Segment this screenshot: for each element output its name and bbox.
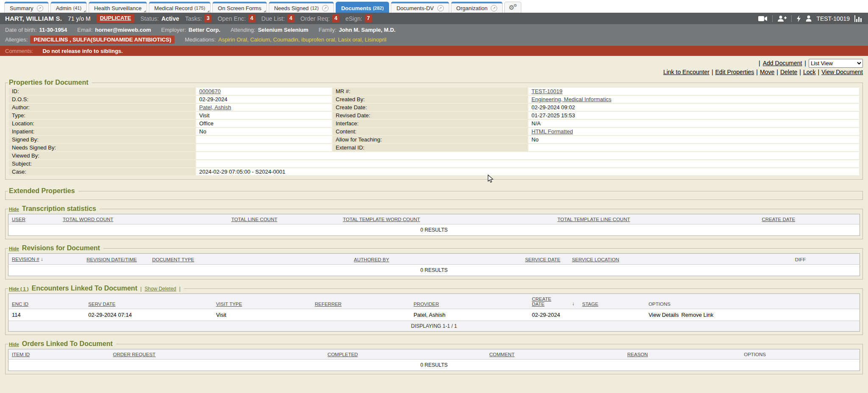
tab-documents[interactable]: Documents (282) — [336, 2, 389, 13]
patient-age-sex: 71 y/o M — [68, 15, 91, 22]
duplicate-badge[interactable]: DUPLICATE — [97, 14, 134, 23]
section-title: Transcription statistics — [22, 205, 96, 213]
col-total-line-count[interactable]: TOTAL LINE COUNT — [228, 214, 339, 224]
tab-summary[interactable]: Summary ↗ — [4, 2, 49, 13]
tab-health-surveillance[interactable]: Health Surveillance — [89, 2, 147, 13]
col-reason[interactable]: REASON — [624, 349, 740, 360]
medication-item[interactable]: Coumadin — [273, 36, 298, 43]
add-document-link[interactable]: Add Document — [763, 60, 802, 66]
medication-item[interactable]: Calcium — [250, 36, 270, 43]
hide-revisions-link[interactable]: Hide — [9, 246, 19, 251]
prop-content-label: Content: — [333, 128, 528, 135]
property-row: Viewed By: — [9, 152, 859, 159]
tab-organization[interactable]: Organization ↗ — [451, 2, 503, 13]
col-item-id[interactable]: ITEM ID — [8, 349, 110, 360]
esign-count-badge[interactable]: 7 — [365, 14, 372, 22]
author-link[interactable]: Patel, Ashish — [199, 104, 231, 111]
tasks-count-badge[interactable]: 3 — [204, 14, 211, 22]
medication-item[interactable]: Lisinopril — [364, 36, 386, 43]
created-by-link[interactable]: Engineering, Medical Informatics — [531, 96, 612, 102]
allergies-badge[interactable]: PENICILLINS , SULFA(SULFONAMIDE ANTIBIOT… — [30, 36, 175, 44]
tab-medical-record[interactable]: Medical Record (175) — [149, 2, 211, 13]
col-user[interactable]: USER — [8, 214, 60, 224]
col-revision-datetime[interactable]: REVISION DATE/TIME — [83, 254, 149, 265]
section-title: Extended Properties — [9, 187, 75, 195]
hide-encounters-link[interactable]: Hide ( 1 ) — [9, 286, 28, 291]
sort-column: ↓ — [568, 294, 579, 309]
prop-revised-date-label: Revised Date: — [333, 112, 528, 119]
properties-table: ID: 0000670 MR #: TEST-10019 D.O.S: 02-2… — [8, 87, 860, 176]
referrer-cell — [312, 309, 410, 321]
document-id-link[interactable]: 0000670 — [199, 88, 221, 94]
tab-needs-signed[interactable]: Needs Signed (12) ↗ — [269, 2, 334, 13]
prop-allow-teaching-label: Allow for Teaching: — [333, 136, 528, 143]
fold-corner-icon — [264, 10, 266, 12]
revised-date-value: 01-27-2025 15:53 — [529, 112, 859, 119]
tab-documents-dv[interactable]: Documents-DV ↗ — [391, 2, 449, 13]
encounter-row: 114 02-29-2024 07:14 Visit Patel, Ashish… — [8, 309, 860, 321]
medication-item[interactable]: Aspirin Oral — [218, 36, 247, 43]
prop-mr-label: MR #: — [333, 88, 528, 95]
video-camera-icon[interactable] — [758, 16, 768, 22]
properties-legend: Properties for Document — [8, 79, 92, 86]
medication-item[interactable]: Lasix oral — [338, 36, 362, 43]
order-req-count-badge[interactable]: 4 — [332, 14, 339, 22]
view-details-link[interactable]: View Details — [648, 312, 679, 318]
open-enc-count-badge[interactable]: 4 — [248, 14, 256, 22]
allergies-medications-row: Allergies: PENICILLINS , SULFA(SULFONAMI… — [5, 35, 863, 44]
col-completed[interactable]: COMPLETED — [324, 349, 486, 360]
col-service-location[interactable]: SERVICE LOCATION — [568, 254, 791, 265]
col-total-template-word-count[interactable]: TOTAL TEMPLATE WORD COUNT — [339, 214, 554, 224]
allow-teaching-value: No — [529, 136, 859, 143]
status-group: Status: Active — [140, 15, 179, 22]
prop-inpatient-label: Inpatient: — [9, 128, 195, 135]
person-add-icon[interactable] — [777, 15, 787, 22]
view-document-link[interactable]: View Document — [821, 69, 863, 75]
prop-viewed-by-label: Viewed By: — [9, 152, 195, 159]
col-enc-id[interactable]: ENC ID — [8, 294, 85, 309]
col-order-request[interactable]: ORDER REQUEST — [110, 349, 324, 360]
link-to-encounter-link[interactable]: Link to Encounter — [663, 69, 709, 75]
medication-item[interactable]: ibuprofen oral — [301, 36, 335, 43]
col-referrer[interactable]: REFERRER — [312, 294, 410, 309]
col-serv-date[interactable]: SERV DATE — [85, 294, 212, 309]
col-visit-type[interactable]: VISIT TYPE — [213, 294, 312, 309]
property-row: Location: Office Interface: N/A — [9, 120, 859, 127]
mr-number-link[interactable]: TEST-10019 — [531, 88, 562, 94]
remove-link-link[interactable]: Remove Link — [681, 312, 713, 318]
col-total-template-line-count[interactable]: TOTAL TEMPLATE LINE COUNT — [554, 214, 758, 224]
bar-chart-icon[interactable] — [854, 15, 863, 22]
lock-link[interactable]: Lock — [803, 69, 816, 75]
col-revision-number[interactable]: REVISION # ↓ — [8, 254, 83, 265]
col-comment[interactable]: COMMENT — [486, 349, 624, 360]
col-create-date[interactable]: CREATEDATE — [529, 294, 568, 309]
popout-icon: ↗ — [322, 5, 328, 11]
show-deleted-link[interactable]: Show Deleted — [145, 286, 176, 292]
content-format-link[interactable]: HTML Formatted — [531, 128, 573, 135]
col-provider[interactable]: PROVIDER — [410, 294, 529, 309]
hide-orders-link[interactable]: Hide — [9, 342, 19, 347]
col-document-type[interactable]: DOCUMENT TYPE — [149, 254, 351, 265]
serv-date-cell: 02-29-2024 07:14 — [85, 309, 212, 321]
section-title: Revisions for Document — [22, 244, 100, 252]
fold-corner-icon — [144, 10, 146, 12]
col-create-date[interactable]: CREATE DATE — [758, 214, 860, 224]
col-authored-by[interactable]: AUTHORED BY — [351, 254, 522, 265]
property-row: Type: Visit Revised Date: 01-27-2025 15:… — [9, 112, 859, 119]
col-service-date[interactable]: SERVICE DATE — [522, 254, 568, 265]
lightning-icon[interactable] — [796, 15, 801, 22]
col-stage[interactable]: STAGE — [579, 294, 645, 309]
hide-transcription-link[interactable]: Hide — [9, 207, 19, 212]
tab-admin[interactable]: Admin (41) — [50, 2, 87, 13]
property-row: Needs Signed By: External ID: — [9, 144, 859, 151]
delete-link[interactable]: Delete — [780, 69, 797, 75]
due-list-count-badge[interactable]: 4 — [287, 14, 295, 22]
tab-on-screen-forms[interactable]: On Screen Forms — [212, 2, 267, 13]
move-link[interactable]: Move — [760, 69, 774, 75]
tab-settings[interactable]: ⚙ ⚙ — [504, 2, 521, 13]
col-total-word-count[interactable]: TOTAL WORD COUNT — [59, 214, 228, 224]
view-mode-select[interactable]: List View — [809, 59, 863, 68]
edit-properties-link[interactable]: Edit Properties — [715, 69, 754, 75]
prop-create-date-label: Create Date: — [333, 104, 528, 111]
employer-group: Employer: Better Corp. — [161, 27, 220, 33]
